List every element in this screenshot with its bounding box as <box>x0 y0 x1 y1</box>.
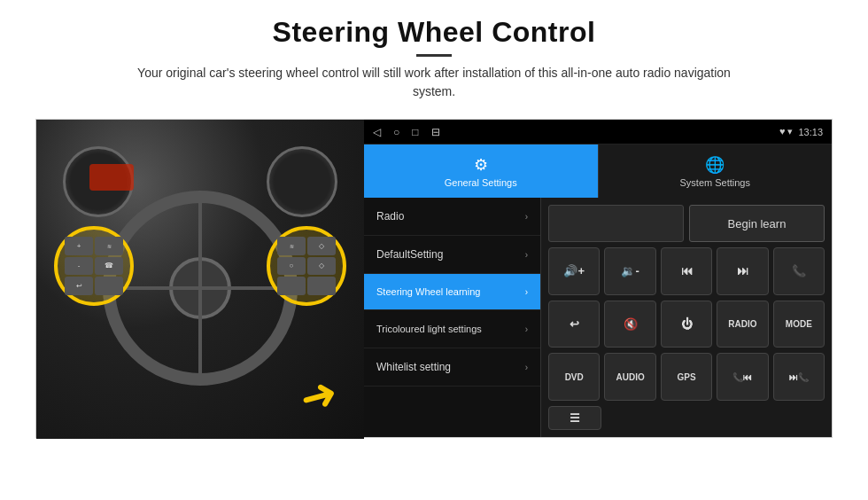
prev-track-icon: ⏮ <box>681 264 693 277</box>
head-unit: ◁ ○ □ ⊟ ♥ ▾ 13:13 ⚙ General Settings 🌐 <box>364 120 832 437</box>
btn-item: + <box>65 237 93 255</box>
nav-icons: ◁ ○ □ ⊟ <box>373 126 440 138</box>
gauge-right <box>267 146 337 217</box>
menu-nav-icon[interactable]: ⊟ <box>431 126 440 138</box>
dvd-label: DVD <box>565 372 584 382</box>
radio-label: RADIO <box>728 319 756 329</box>
vol-up-button[interactable]: 🔊+ <box>548 247 600 295</box>
answer-button[interactable]: ↩ <box>548 301 600 348</box>
mode-button[interactable]: MODE <box>773 301 825 348</box>
list-icon: ☰ <box>570 411 580 425</box>
prev-track-button[interactable]: ⏮ <box>661 247 712 295</box>
chevron-right-icon: › <box>525 324 528 334</box>
page-title: Steering Wheel Control <box>124 16 744 49</box>
tab-general-label: General Settings <box>445 177 517 188</box>
power-icon: ⏻ <box>681 317 693 331</box>
phone-icon: 📞 <box>792 264 806 277</box>
menu-item-tricoloured-label: Tricoloured light settings <box>376 323 482 335</box>
menu-item-default-setting[interactable]: DefaultSetting › <box>364 236 540 274</box>
gear-icon: ⚙ <box>474 155 488 175</box>
home-nav-icon[interactable]: ○ <box>393 126 399 138</box>
btn-item: ≋ <box>277 237 306 255</box>
top-row: Begin learn <box>548 205 825 242</box>
btn-item <box>307 277 336 295</box>
tab-system-label: System Settings <box>680 177 750 188</box>
control-row-1: 🔊+ 🔉- ⏮ ⏭ 📞 <box>548 247 825 295</box>
car-image: + ≋ - ☎ ↩ ≋ ◇ ○ ◇ <box>36 120 364 439</box>
menu-item-swl[interactable]: Steering Wheel learning › <box>364 274 540 310</box>
answer-icon: ↩ <box>570 317 579 331</box>
control-row-4: ☰ <box>548 406 825 430</box>
tab-bar: ⚙ General Settings 🌐 System Settings <box>364 145 832 198</box>
control-row-3: DVD AUDIO GPS 📞⏮ ⏭📞 <box>548 353 825 401</box>
time-display: 13:13 <box>798 127 823 137</box>
menu-item-default-label: DefaultSetting <box>376 248 443 261</box>
tab-system-settings[interactable]: 🌐 System Settings <box>598 145 833 198</box>
menu-item-radio-label: Radio <box>376 210 404 223</box>
right-btn-grid: ≋ ◇ ○ ◇ <box>270 230 343 302</box>
status-bar: ◁ ○ □ ⊟ ♥ ▾ 13:13 <box>364 120 832 145</box>
skip-end-button[interactable]: ⏭📞 <box>773 353 825 401</box>
left-btn-grid: + ≋ - ☎ ↩ <box>58 230 130 302</box>
btn-item: ↩ <box>65 277 93 295</box>
gps-button[interactable]: GPS <box>661 353 712 401</box>
control-row-2: ↩ 🔇 ⏻ RADIO MODE <box>548 301 825 348</box>
btn-item <box>95 277 123 295</box>
vol-up-icon: 🔊+ <box>563 264 585 277</box>
status-right: ♥ ▾ 13:13 <box>779 126 823 137</box>
title-section: Steering Wheel Control Your original car… <box>124 16 744 113</box>
menu-panel: Radio › DefaultSetting › Steering Wheel … <box>364 198 541 437</box>
audio-button[interactable]: AUDIO <box>604 353 655 401</box>
yellow-circle-right: ≋ ◇ ○ ◇ <box>267 226 346 306</box>
menu-item-radio[interactable]: Radio › <box>364 198 540 236</box>
controls-panel: Begin learn 🔊+ 🔉- ⏮ <box>541 198 832 437</box>
btn-item <box>277 277 306 295</box>
btn-item: ≋ <box>95 237 123 255</box>
mute-icon: 🔇 <box>624 317 638 331</box>
next-track-icon: ⏭ <box>737 264 748 277</box>
menu-item-whitelist[interactable]: Whitelist setting › <box>364 348 540 387</box>
mute-button[interactable]: 🔇 <box>604 301 655 348</box>
back-nav-icon[interactable]: ◁ <box>373 126 381 138</box>
btn-item: ☎ <box>95 257 123 276</box>
chevron-right-icon: › <box>525 212 528 222</box>
menu-item-swl-label: Steering Wheel learning <box>376 286 480 297</box>
dashboard-bg: + ≋ - ☎ ↩ ≋ ◇ ○ ◇ <box>36 120 364 439</box>
chevron-right-icon: › <box>525 363 528 372</box>
title-divider <box>416 54 452 57</box>
gps-label: GPS <box>677 372 695 382</box>
yellow-arrow: ➜ <box>294 366 344 426</box>
mode-label: MODE <box>786 319 812 329</box>
hu-content: Radio › DefaultSetting › Steering Wheel … <box>364 198 832 437</box>
audio-label: AUDIO <box>616 372 644 382</box>
next-track-button[interactable]: ⏭ <box>717 247 768 295</box>
chevron-right-icon: › <box>525 250 528 260</box>
dvd-button[interactable]: DVD <box>548 353 600 401</box>
globe-icon: 🌐 <box>705 155 725 175</box>
begin-learn-button[interactable]: Begin learn <box>689 205 825 242</box>
btn-item: - <box>65 257 93 276</box>
phone-prev-icon: 📞⏮ <box>732 372 752 382</box>
list-button[interactable]: ☰ <box>548 406 601 430</box>
btn-item: ○ <box>277 257 306 276</box>
recent-nav-icon[interactable]: □ <box>412 126 418 138</box>
menu-item-whitelist-label: Whitelist setting <box>376 361 451 373</box>
page-container: Steering Wheel Control Your original car… <box>0 0 868 500</box>
menu-item-tricoloured[interactable]: Tricoloured light settings › <box>364 310 540 348</box>
btn-item: ◇ <box>307 237 336 255</box>
power-button[interactable]: ⏻ <box>661 301 712 348</box>
vol-down-icon: 🔉- <box>621 264 639 277</box>
phone-button[interactable]: 📞 <box>773 247 825 295</box>
red-indicator <box>89 164 134 191</box>
vol-down-button[interactable]: 🔉- <box>604 247 655 295</box>
signal-icon: ♥ ▾ <box>779 126 794 137</box>
chevron-right-icon: › <box>525 287 528 297</box>
empty-learn-box <box>548 205 684 242</box>
tab-general-settings[interactable]: ⚙ General Settings <box>364 145 598 198</box>
btn-item: ◇ <box>307 257 336 276</box>
phone-prev-button[interactable]: 📞⏮ <box>717 353 768 401</box>
yellow-circle-left: + ≋ - ☎ ↩ <box>54 226 134 306</box>
radio-button[interactable]: RADIO <box>717 301 768 348</box>
content-area: + ≋ - ☎ ↩ ≋ ◇ ○ ◇ <box>35 119 833 438</box>
skip-end-icon: ⏭📞 <box>789 372 809 382</box>
